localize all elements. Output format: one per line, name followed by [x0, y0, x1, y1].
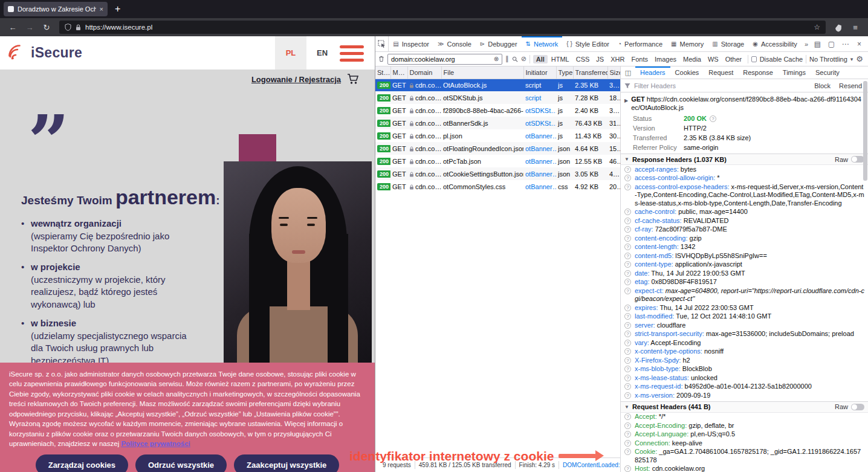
header-info-icon[interactable]: ? [624, 392, 631, 399]
network-request-row[interactable]: 200GETcdn.co…otCommonStyles.cssotBanner…… [375, 180, 620, 193]
column-header[interactable]: Initiator [523, 66, 556, 79]
network-request-row[interactable]: 200GETcdn.co…otBannerSdk.jsotSDKSt…js76.… [375, 117, 620, 129]
expand-caret-icon[interactable]: ▶ [624, 97, 628, 112]
login-link[interactable]: Logowanie / Rejestracja [251, 75, 341, 84]
resend-button[interactable]: Resend [837, 82, 864, 89]
pick-element-button[interactable] [375, 36, 389, 51]
details-tab-cookies[interactable]: Cookies [670, 66, 704, 79]
details-tab-request[interactable]: Request [704, 66, 738, 79]
type-filter-media[interactable]: Media [680, 55, 704, 63]
header-info-icon[interactable]: ? [624, 465, 631, 472]
tracking-shield-icon[interactable] [65, 24, 71, 31]
column-header[interactable]: Type [556, 66, 573, 79]
new-tab-button[interactable]: + [115, 4, 120, 15]
block-request-icon[interactable]: ⊘ [521, 55, 526, 63]
network-request-row[interactable]: 200GETcdn.co…OtAutoBlock.jsscriptjs2.35 … [375, 79, 620, 91]
network-request-row[interactable]: 200GETcdn.co…otPcTab.jsonotBanner…json12… [375, 155, 620, 167]
type-filter-html[interactable]: HTML [548, 55, 572, 63]
header-info-icon[interactable]: ? [624, 313, 631, 320]
type-filter-js[interactable]: JS [593, 55, 607, 63]
details-tab-response[interactable]: Response [738, 66, 778, 79]
more-tabs-chevron-icon[interactable]: » [802, 36, 811, 51]
table-header-row[interactable]: St…M…DomainFileInitiatorTypeTransferredS… [375, 66, 620, 79]
devtools-tab-memory[interactable]: ▦Memory [667, 36, 708, 51]
network-request-row[interactable]: 200GETcdn.co…otSDKStub.jsscriptjs7.28 KB… [375, 91, 620, 104]
details-tab-timings[interactable]: Timings [778, 66, 811, 79]
details-scrollbar[interactable] [863, 81, 867, 181]
header-info-icon[interactable]: ? [624, 375, 631, 381]
column-header[interactable]: Transferred [573, 66, 607, 79]
type-filter-fonts[interactable]: Fonts [628, 55, 651, 63]
type-filter-all[interactable]: All [533, 55, 548, 63]
header-info-icon[interactable]: ? [624, 244, 631, 250]
column-header[interactable]: Domain [407, 66, 441, 79]
request-url-line[interactable]: ▶ GET https://cdn.cookielaw.org/consent/… [621, 94, 868, 114]
header-info-icon[interactable]: ? [624, 288, 631, 294]
header-info-icon[interactable]: ? [624, 184, 631, 190]
header-info-icon[interactable]: ? [624, 270, 631, 277]
header-info-icon[interactable]: ? [624, 357, 631, 364]
devtools-tab-storage[interactable]: ▥Storage [708, 36, 748, 51]
type-filter-other[interactable]: Other [722, 55, 745, 63]
block-button[interactable]: Block [812, 82, 833, 89]
lang-pl-button[interactable]: PL [275, 36, 306, 70]
details-tab-headers[interactable]: Headers [635, 66, 670, 79]
devtools-tab-inspector[interactable]: ▤Inspector [389, 36, 433, 51]
dock-panel-icon[interactable]: ◫ [621, 66, 635, 79]
header-info-icon[interactable]: ? [624, 348, 631, 355]
header-info-icon[interactable]: ? [624, 366, 631, 372]
column-header[interactable]: File [441, 66, 523, 79]
pause-traffic-icon[interactable]: ∥ [505, 55, 509, 63]
type-filter-css[interactable]: CSS [573, 55, 593, 63]
network-request-row[interactable]: 200GETcdn.co…otCookieSettingsButton.json… [375, 167, 620, 180]
header-info-icon[interactable]: ? [624, 448, 631, 455]
filter-headers-input[interactable]: Filter Headers [634, 82, 808, 89]
search-icon[interactable] [512, 56, 518, 63]
manage-cookies-button[interactable]: Zarządzaj cookies [36, 454, 128, 472]
header-info-icon[interactable]: ? [624, 261, 631, 268]
column-header[interactable]: M… [390, 66, 407, 79]
network-request-row[interactable]: 200GETcdn.co…pl.jsonotBanner…js11.43 KB3… [375, 129, 620, 142]
privacy-policy-link[interactable]: Polityce prywatności [121, 440, 190, 447]
devtools-tab-performance[interactable]: ◔Performance [614, 36, 667, 51]
column-header[interactable]: Size [607, 66, 620, 79]
browser-tab[interactable]: Doradztwo w Zakresie Ochrony Dany × [4, 2, 108, 16]
type-filter-images[interactable]: Images [652, 55, 679, 63]
close-devtools-icon[interactable]: × [853, 40, 866, 48]
devtools-tab-console[interactable]: ≫Console [433, 36, 476, 51]
network-request-row[interactable]: 200GETcdn.co…f2890bc8-88eb-4bac-a266-df9… [375, 104, 620, 117]
devtools-tab-debugger[interactable]: ⊳Debugger [476, 36, 522, 51]
tab-close-icon[interactable]: × [100, 5, 103, 13]
accept-all-button[interactable]: Zaakceptuj wszystkie [234, 454, 339, 472]
header-info-icon[interactable]: ? [624, 431, 631, 438]
lock-icon[interactable] [76, 24, 81, 31]
header-info-icon[interactable]: ? [624, 279, 631, 285]
forward-button[interactable]: → [22, 23, 37, 32]
url-filter-input[interactable]: domain:cookielaw.org ⊗ [387, 54, 502, 65]
clear-requests-trash-icon[interactable] [378, 55, 384, 63]
cart-icon[interactable] [347, 74, 359, 85]
account-shield-icon[interactable] [831, 22, 846, 31]
type-filter-ws[interactable]: WS [705, 55, 722, 63]
disable-cache-checkbox[interactable] [751, 56, 757, 62]
header-info-icon[interactable]: ? [624, 235, 631, 242]
clear-filter-icon[interactable]: ⊗ [494, 56, 499, 62]
header-info-icon[interactable]: ? [624, 331, 631, 337]
url-bar[interactable]: https://www.isecure.pl ☆ [59, 21, 826, 34]
back-button[interactable]: ← [5, 23, 21, 32]
app-menu-icon[interactable]: ≡ [847, 23, 863, 32]
site-menu-icon[interactable] [340, 45, 364, 65]
site-logo[interactable]: iSecure [8, 44, 82, 62]
details-tab-security[interactable]: Security [811, 66, 844, 79]
header-info-icon[interactable]: ? [624, 175, 631, 181]
reject-all-button[interactable]: Odrzuć wszystkie [135, 454, 227, 472]
reload-button[interactable]: ↻ [39, 23, 54, 32]
raw-toggle[interactable] [851, 404, 864, 410]
response-headers-section-bar[interactable]: ▼ Response Headers (1.037 KB) Raw [621, 154, 868, 165]
devtools-menu-icon[interactable]: ⋯ [839, 40, 852, 48]
header-info-icon[interactable]: ? [624, 413, 631, 420]
devtools-tab-accessibility[interactable]: ◉Accessibility [748, 36, 802, 51]
header-info-icon[interactable]: ? [624, 226, 631, 233]
devtools-tab-style-editor[interactable]: { }Style Editor [562, 36, 614, 51]
request-headers-section-bar[interactable]: ▼ Request Headers (441 B) Raw [621, 401, 868, 413]
